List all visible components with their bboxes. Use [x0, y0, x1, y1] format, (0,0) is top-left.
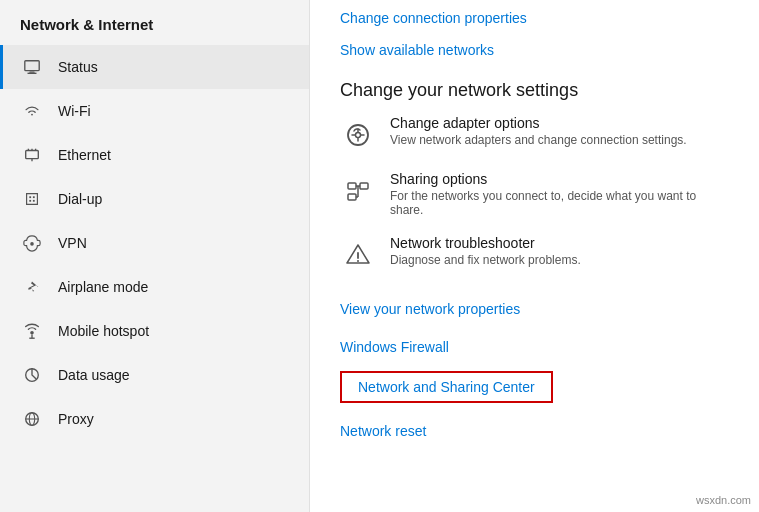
sidebar-item-proxy-label: Proxy [58, 411, 94, 427]
adapter-title: Change adapter options [390, 115, 687, 131]
sidebar-item-dialup[interactable]: Dial-up [0, 177, 309, 221]
settings-item-adapter: Change adapter options View network adap… [340, 115, 729, 153]
vpn-icon [20, 231, 44, 255]
svg-rect-10 [29, 200, 31, 202]
svg-rect-9 [33, 196, 35, 198]
svg-point-13 [30, 331, 34, 335]
troubleshooter-text: Network troubleshooter Diagnose and fix … [390, 235, 581, 267]
sidebar: Network & Internet Status Wi-Fi [0, 0, 310, 512]
datausage-icon [20, 363, 44, 387]
sidebar-item-datausage[interactable]: Data usage [0, 353, 309, 397]
ethernet-icon [20, 143, 44, 167]
sidebar-item-wifi[interactable]: Wi-Fi [0, 89, 309, 133]
sidebar-item-wifi-label: Wi-Fi [58, 103, 91, 119]
sidebar-item-ethernet-label: Ethernet [58, 147, 111, 163]
sharing-icon [340, 173, 376, 209]
status-icon [20, 55, 44, 79]
main-content: Change connection properties Show availa… [310, 0, 759, 512]
watermark: wsxdn.com [696, 494, 751, 506]
sidebar-item-vpn[interactable]: VPN [0, 221, 309, 265]
adapter-icon [340, 117, 376, 153]
network-properties-link[interactable]: View your network properties [340, 291, 729, 323]
svg-point-20 [348, 125, 368, 145]
svg-rect-11 [33, 200, 35, 202]
settings-item-troubleshooter: Network troubleshooter Diagnose and fix … [340, 235, 729, 273]
adapter-desc: View network adapters and change connect… [390, 133, 687, 147]
sidebar-item-airplane-label: Airplane mode [58, 279, 148, 295]
sharing-desc: For the networks you connect to, decide … [390, 189, 729, 217]
svg-rect-8 [29, 196, 31, 198]
sidebar-item-status-label: Status [58, 59, 98, 75]
airplane-icon [20, 275, 44, 299]
troubleshooter-icon [340, 237, 376, 273]
sharing-center-link[interactable]: Network and Sharing Center [340, 371, 553, 403]
adapter-text: Change adapter options View network adap… [390, 115, 687, 147]
svg-rect-23 [360, 183, 368, 189]
sidebar-item-status[interactable]: Status [0, 45, 309, 89]
svg-rect-22 [348, 183, 356, 189]
troubleshooter-title: Network troubleshooter [390, 235, 581, 251]
sidebar-title: Network & Internet [0, 0, 309, 45]
sidebar-item-dialup-label: Dial-up [58, 191, 102, 207]
show-networks-link[interactable]: Show available networks [340, 32, 729, 64]
troubleshooter-desc: Diagnose and fix network problems. [390, 253, 581, 267]
section-title: Change your network settings [340, 80, 729, 101]
svg-point-21 [356, 133, 361, 138]
hotspot-icon [20, 319, 44, 343]
svg-rect-0 [25, 61, 39, 71]
wifi-icon [20, 99, 44, 123]
proxy-icon [20, 407, 44, 431]
network-reset-link[interactable]: Network reset [340, 413, 729, 445]
sidebar-item-hotspot[interactable]: Mobile hotspot [0, 309, 309, 353]
svg-rect-3 [26, 151, 39, 159]
sharing-text: Sharing options For the networks you con… [390, 171, 729, 217]
sidebar-item-ethernet[interactable]: Ethernet [0, 133, 309, 177]
svg-rect-24 [348, 194, 356, 200]
dialup-icon [20, 187, 44, 211]
sidebar-item-vpn-label: VPN [58, 235, 87, 251]
sidebar-item-datausage-label: Data usage [58, 367, 130, 383]
firewall-link[interactable]: Windows Firewall [340, 329, 729, 361]
settings-item-sharing: Sharing options For the networks you con… [340, 171, 729, 217]
svg-point-12 [30, 242, 34, 246]
sharing-title: Sharing options [390, 171, 729, 187]
change-connection-link[interactable]: Change connection properties [340, 0, 729, 32]
sidebar-item-airplane[interactable]: Airplane mode [0, 265, 309, 309]
sidebar-item-hotspot-label: Mobile hotspot [58, 323, 149, 339]
sidebar-item-proxy[interactable]: Proxy [0, 397, 309, 441]
svg-point-29 [357, 260, 359, 262]
